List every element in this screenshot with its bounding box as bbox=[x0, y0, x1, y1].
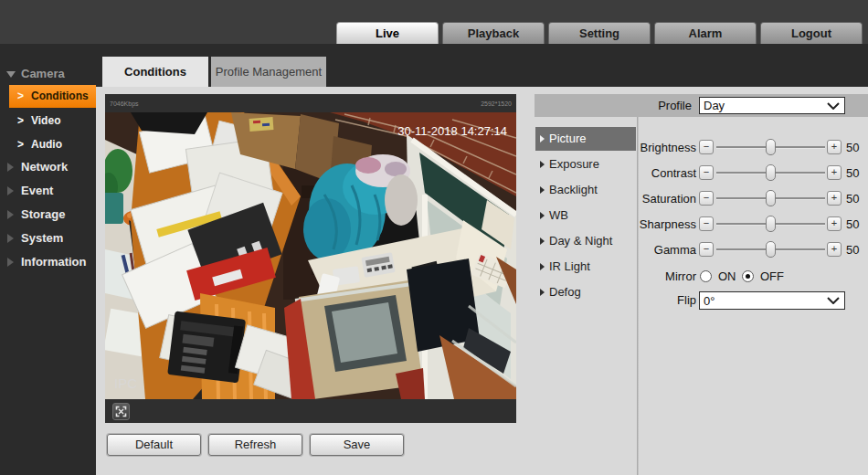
nav-tab-setting[interactable]: Setting bbox=[548, 22, 651, 44]
brightness-minus-button[interactable]: − bbox=[699, 140, 714, 154]
sharpness-minus-button[interactable]: − bbox=[699, 216, 714, 231]
gamma-plus-button[interactable]: + bbox=[827, 242, 842, 257]
mirror-label: Mirror bbox=[638, 269, 696, 283]
sharpness-plus-button[interactable]: + bbox=[827, 216, 842, 231]
default-button[interactable]: Default bbox=[107, 434, 201, 456]
flip-select[interactable]: 0° bbox=[699, 291, 845, 310]
fullscreen-icon bbox=[115, 406, 127, 417]
chevron-down-icon bbox=[827, 102, 840, 110]
triangle-right-icon bbox=[7, 163, 14, 172]
live-video-frame: 30-11-2018 14:27:14 IPC bbox=[105, 112, 516, 399]
gamma-minus-button[interactable]: − bbox=[699, 242, 714, 257]
sidebar-item-conditions[interactable]: Conditions bbox=[9, 85, 96, 108]
profile-bar: Profile Day bbox=[535, 94, 868, 117]
saturation-slider-thumb[interactable] bbox=[766, 190, 776, 206]
triangle-right-icon bbox=[540, 212, 545, 219]
flip-label: Flip bbox=[638, 293, 696, 307]
nav-tab-logout[interactable]: Logout bbox=[760, 22, 863, 44]
triangle-right-icon bbox=[7, 210, 14, 219]
sidebar-item-video[interactable]: Video bbox=[9, 110, 96, 132]
sidebar-item-label: Camera bbox=[21, 64, 65, 84]
tab-conditions[interactable]: Conditions bbox=[102, 57, 208, 87]
mirror-off-label: OFF bbox=[760, 269, 784, 284]
sidebar-item-system[interactable]: System bbox=[0, 228, 96, 248]
sidebar-item-label: System bbox=[21, 228, 63, 248]
flip-selected-value: 0° bbox=[704, 294, 715, 308]
contrast-label: Contrast bbox=[638, 165, 696, 181]
saturation-plus-button[interactable]: + bbox=[827, 191, 842, 206]
brightness-value: 50 bbox=[846, 140, 859, 155]
player-toolbar bbox=[105, 399, 516, 423]
camera-web-ui: Live Playback Setting Alarm Logout Camer… bbox=[0, 0, 868, 475]
gamma-slider-thumb[interactable] bbox=[766, 241, 776, 258]
chevron-right-icon bbox=[17, 110, 24, 132]
menu-item-wb[interactable]: WB bbox=[535, 204, 636, 227]
menu-item-label: IR Light bbox=[549, 259, 590, 273]
triangle-down-icon bbox=[6, 71, 16, 78]
sidebar-item-storage[interactable]: Storage bbox=[0, 205, 96, 225]
triangle-right-icon bbox=[540, 289, 545, 296]
sidebar-item-audio[interactable]: Audio bbox=[9, 133, 96, 156]
profile-selected-value: Day bbox=[704, 99, 725, 112]
menu-item-label: Exposure bbox=[549, 157, 599, 171]
contrast-plus-button[interactable]: + bbox=[827, 165, 842, 180]
sidebar: Camera Conditions Video Audio Network Ev… bbox=[0, 44, 96, 475]
chevron-right-icon bbox=[17, 85, 24, 108]
sidebar-item-label: Video bbox=[31, 110, 60, 132]
contrast-value: 50 bbox=[846, 165, 859, 181]
save-button[interactable]: Save bbox=[310, 434, 404, 456]
sharpness-label: Sharpness bbox=[638, 216, 696, 232]
menu-item-exposure[interactable]: Exposure bbox=[535, 153, 636, 176]
sidebar-item-label: Information bbox=[21, 252, 87, 272]
sidebar-item-label: Storage bbox=[21, 205, 65, 225]
triangle-right-icon bbox=[540, 135, 545, 142]
tab-profile-management[interactable]: Profile Management bbox=[211, 57, 326, 87]
menu-item-day-night[interactable]: Day & Night bbox=[535, 229, 636, 253]
menu-item-label: Defog bbox=[549, 285, 581, 299]
sidebar-item-information[interactable]: Information bbox=[0, 252, 96, 272]
player-status-bar: 7046Kbps 2592*1520 bbox=[105, 94, 516, 112]
triangle-right-icon bbox=[7, 186, 14, 195]
mirror-off-radio[interactable] bbox=[742, 270, 754, 282]
triangle-right-icon bbox=[540, 238, 545, 245]
nav-tab-playback[interactable]: Playback bbox=[442, 22, 545, 44]
refresh-button[interactable]: Refresh bbox=[208, 434, 302, 456]
saturation-minus-button[interactable]: − bbox=[699, 191, 714, 206]
brightness-plus-button[interactable]: + bbox=[827, 140, 842, 154]
live-video-player: 7046Kbps 2592*1520 bbox=[105, 94, 516, 423]
brightness-slider-thumb[interactable] bbox=[766, 139, 776, 155]
nav-tab-live[interactable]: Live bbox=[336, 22, 439, 44]
menu-item-picture[interactable]: Picture bbox=[535, 127, 636, 151]
sharpness-value: 50 bbox=[846, 216, 859, 232]
contrast-minus-button[interactable]: − bbox=[699, 165, 714, 180]
saturation-label: Saturation bbox=[638, 191, 696, 206]
sharpness-slider-thumb[interactable] bbox=[766, 216, 776, 232]
top-header: Live Playback Setting Alarm Logout bbox=[0, 0, 868, 44]
mirror-on-radio[interactable] bbox=[700, 270, 712, 282]
brightness-label: Brightness bbox=[638, 140, 696, 155]
sidebar-item-camera[interactable]: Camera bbox=[0, 64, 96, 84]
triangle-right-icon bbox=[540, 161, 545, 168]
bitrate-text: 7046Kbps bbox=[110, 100, 139, 107]
menu-item-backlight[interactable]: Backlight bbox=[535, 178, 636, 202]
menu-item-label: WB bbox=[549, 208, 568, 222]
mirror-on-label: ON bbox=[718, 269, 736, 284]
menu-item-label: Picture bbox=[549, 132, 586, 145]
sidebar-item-event[interactable]: Event bbox=[0, 181, 96, 201]
sidebar-item-label: Conditions bbox=[31, 85, 89, 108]
menu-item-label: Backlight bbox=[549, 183, 598, 196]
fullscreen-button[interactable] bbox=[112, 403, 130, 420]
saturation-value: 50 bbox=[846, 191, 859, 206]
menu-item-defog[interactable]: Defog bbox=[535, 280, 636, 304]
nav-tab-alarm[interactable]: Alarm bbox=[654, 22, 757, 44]
menu-item-ir-light[interactable]: IR Light bbox=[535, 255, 636, 279]
contrast-slider-thumb[interactable] bbox=[766, 164, 776, 181]
chevron-down-icon bbox=[827, 297, 840, 304]
sidebar-item-network[interactable]: Network bbox=[0, 157, 96, 177]
triangle-right-icon bbox=[7, 258, 14, 267]
triangle-right-icon bbox=[7, 234, 14, 243]
profile-select[interactable]: Day bbox=[699, 97, 845, 114]
gamma-label: Gamma bbox=[638, 242, 696, 258]
sidebar-item-label: Event bbox=[21, 181, 53, 201]
profile-label: Profile bbox=[658, 94, 692, 117]
